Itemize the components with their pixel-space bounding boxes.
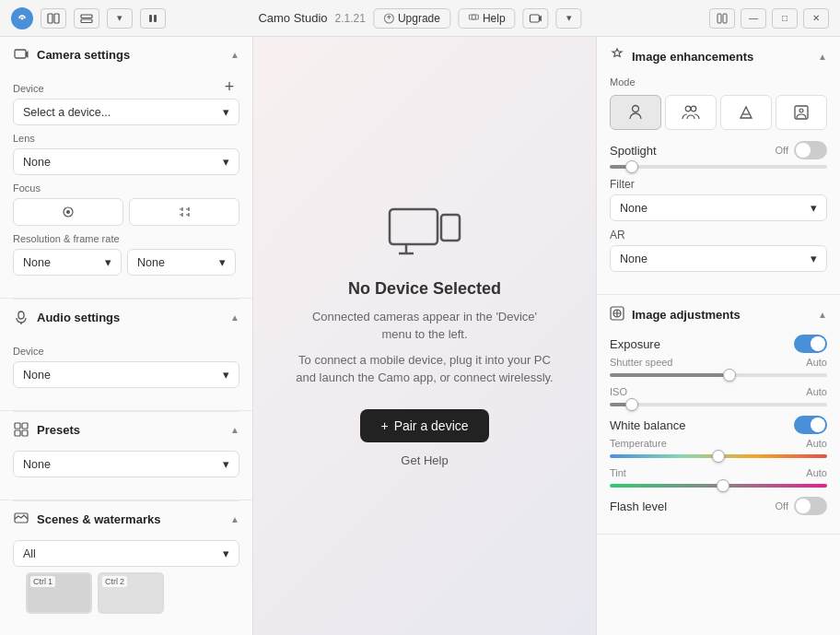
right-panel: Image enhancements ▲ Mode [596,37,840,635]
device-label: Device [13,83,44,94]
tint-slider-container [610,484,827,488]
temperature-slider-thumb[interactable] [712,450,725,463]
spotlight-slider-track[interactable] [610,165,827,169]
add-device-button[interactable]: + [219,77,239,98]
minimize-button[interactable]: — [741,8,766,29]
flash-toggle-thumb [796,499,811,513]
camera-settings-header[interactable]: Camera settings ▲ [0,37,252,72]
ar-dropdown-arrow: ▾ [811,252,817,265]
device-row: Device + [13,76,239,99]
spotlight-toggle[interactable] [794,141,827,159]
scene-thumb-2[interactable]: Ctrl 2 [98,572,164,614]
maximize-button[interactable]: □ [772,8,798,29]
presets-header-left: Presets [13,421,80,438]
exposure-toggle-thumb [811,336,825,351]
upgrade-button[interactable]: Upgrade [373,8,450,29]
exposure-label: Exposure [610,337,660,351]
audio-settings-header[interactable]: Audio settings ▲ [0,300,252,335]
focus-label: Focus [13,182,239,194]
iso-slider-track[interactable] [610,403,827,406]
audio-settings-body: Device None ▾ [0,335,252,401]
scene-thumb-2-num: Ctrl 2 [102,576,127,587]
shutter-slider-thumb[interactable] [723,369,736,382]
presets-dropdown[interactable]: None ▾ [13,451,239,477]
dropdown-arrow-btn[interactable]: ▾ [107,8,133,29]
image-adjustments-header[interactable]: Image adjustments ▲ [597,295,840,331]
mode-btn-group[interactable] [665,95,717,130]
filter-dropdown[interactable]: None ▾ [610,194,827,221]
titlebar-left: ▾ [11,7,166,29]
svg-rect-5 [81,19,92,23]
image-enhancements-icon [610,48,624,65]
focus-manual-btn[interactable] [129,198,239,226]
app-name: Camo Studio [258,11,327,25]
titlebar-center: Camo Studio 2.1.21 Upgrade Help ▾ [258,8,581,29]
ar-label: AR [610,229,827,241]
spotlight-slider-thumb[interactable] [625,160,638,173]
camera-settings-icon [13,46,29,63]
lens-value: None [23,156,51,169]
image-enhancements-header-left: Image enhancements [610,48,753,65]
no-device-text-1: Connected cameras appear in the 'Device'… [296,308,554,344]
window-dual-btn[interactable] [709,8,735,29]
get-help-link[interactable]: Get Help [296,453,554,467]
spotlight-state: Off [776,145,788,156]
temperature-slider-container [610,454,827,458]
close-button[interactable]: ✕ [803,8,829,29]
camera-select-btn[interactable] [523,8,549,29]
camera-dropdown-btn[interactable]: ▾ [556,8,582,29]
layout-btn[interactable] [74,8,99,29]
svg-point-32 [799,109,803,112]
audio-settings-title: Audio settings [37,311,120,324]
white-balance-label: White balance [610,418,685,432]
sidebar: Camera settings ▲ Device + Select a devi… [0,37,253,635]
no-device-title: No Device Selected [296,279,554,299]
mode-btn-portrait[interactable] [610,95,661,130]
flash-toggle[interactable] [794,497,827,515]
focus-auto-btn[interactable] [13,198,123,226]
mode-btn-frame[interactable] [776,95,827,130]
svg-point-28 [633,106,639,112]
audio-settings-chevron: ▲ [230,312,239,323]
svg-rect-25 [441,215,460,241]
tint-slider-track[interactable] [610,484,827,488]
spotlight-toggle-thumb [796,143,811,158]
svg-rect-7 [154,15,157,22]
audio-device-dropdown[interactable]: None ▾ [13,361,239,388]
framerate-dropdown[interactable]: None ▾ [127,249,236,276]
iso-slider-thumb[interactable] [625,398,638,411]
main-content: Camera settings ▲ Device + Select a devi… [0,37,840,635]
pair-btn-label: Pair a device [394,418,469,433]
center-area: No Device Selected Connected cameras app… [253,37,596,635]
mode-btn-effect[interactable] [720,95,772,130]
image-enhancements-body: Mode [597,73,840,285]
white-balance-toggle[interactable] [794,416,827,434]
filter-label: Filter [610,178,827,191]
lens-dropdown[interactable]: None ▾ [13,148,239,175]
pause-btn[interactable] [140,8,166,29]
tint-label: Tint [610,467,626,478]
exposure-row: Exposure [610,335,827,353]
presets-header[interactable]: Presets ▲ [0,412,252,447]
ar-dropdown[interactable]: None ▾ [610,245,827,272]
scene-thumb-1[interactable]: Ctrl 1 [26,572,92,614]
resolution-dropdown[interactable]: None ▾ [13,249,122,276]
help-button[interactable]: Help [458,8,516,29]
help-label: Help [483,12,506,25]
device-dropdown[interactable]: Select a device... ▾ [13,99,239,125]
shutter-slider-container [610,373,827,377]
sidebar-toggle-btn[interactable] [41,8,66,29]
scenes-filter-dropdown[interactable]: All ▾ [13,540,239,567]
spotlight-slider-container [610,165,827,169]
pair-btn-icon: + [380,418,388,433]
audio-settings-header-left: Audio settings [13,309,120,325]
temperature-slider-track[interactable] [610,454,827,458]
exposure-toggle[interactable] [794,335,827,353]
tint-row: Tint Auto [610,467,827,478]
pair-device-button[interactable]: + Pair a device [360,409,488,442]
image-enhancements-header[interactable]: Image enhancements ▲ [597,37,840,73]
image-adjustments-title: Image adjustments [632,308,741,322]
tint-slider-thumb[interactable] [717,479,729,492]
shutter-slider-track[interactable] [610,373,827,377]
scenes-header[interactable]: Scenes & watermarks ▲ [0,501,252,536]
